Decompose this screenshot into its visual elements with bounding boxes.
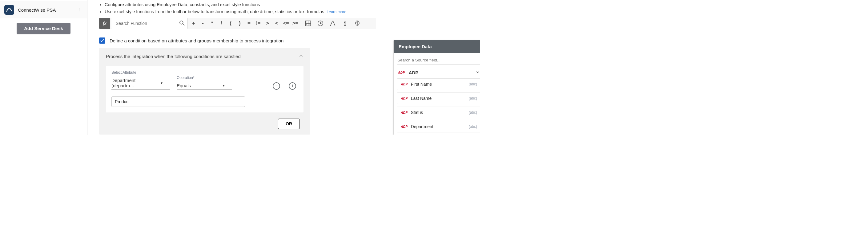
source-field-type: (abc)	[469, 82, 477, 86]
op-minus[interactable]: -	[198, 18, 208, 29]
source-field-name: Status	[411, 110, 423, 115]
attribute-field: Select Attribute Department (departm… ▼	[112, 70, 170, 90]
source-field-type: (abc)	[469, 125, 477, 129]
svg-point-1	[79, 9, 80, 10]
instruction-item: Use excel-style functions from the toolb…	[105, 8, 473, 15]
op-lte[interactable]: <=	[281, 18, 290, 29]
source-field-name: First Name	[411, 82, 432, 86]
adp-logo-icon: ADP	[401, 83, 408, 86]
chevron-down-icon	[475, 70, 480, 75]
learn-more-link[interactable]: Learn more	[327, 10, 346, 14]
operation-select-value: Equals	[177, 83, 191, 88]
provider-row[interactable]: ADP ADP	[394, 67, 480, 78]
source-field-item[interactable]: ADP Last Name (abc)	[397, 93, 480, 104]
app-logo	[4, 5, 14, 15]
operation-field-label: Operation*	[177, 76, 232, 80]
svg-text:−: −	[309, 21, 310, 23]
svg-text:=: =	[309, 24, 310, 26]
svg-rect-16	[345, 23, 345, 26]
condition-card: Process the integration when the followi…	[99, 48, 310, 135]
employee-data-title: Employee Data	[394, 40, 480, 53]
caret-down-icon: ▼	[222, 84, 225, 87]
adp-logo-icon: ADP	[401, 125, 408, 129]
clock-icon[interactable]	[317, 20, 324, 27]
op-neq[interactable]: !=	[254, 18, 263, 29]
op-gte[interactable]: >=	[290, 18, 300, 29]
source-field-item[interactable]: ADP Department (abc)	[397, 121, 480, 132]
operator-group: + - * / ( ) = != > < <= >=	[189, 18, 300, 29]
instructions-list: Configure attributes using Employee Data…	[99, 1, 473, 15]
condition-value-input[interactable]	[112, 97, 245, 107]
adp-logo-icon: ADP	[398, 71, 405, 74]
condition-label: Define a condition based on attributes a…	[110, 38, 283, 43]
text-icon[interactable]	[329, 20, 336, 27]
sidebar-app-row[interactable]: ConnectWise PSA	[0, 1, 87, 19]
adp-logo-icon: ADP	[401, 111, 408, 114]
source-field-type: (abc)	[469, 96, 477, 101]
formula-toolbar: fx + - * / ( ) = != > < <= >=	[99, 18, 376, 29]
svg-point-21	[358, 23, 358, 24]
or-button[interactable]: OR	[278, 118, 300, 129]
info-icon[interactable]	[342, 20, 348, 27]
check-icon	[100, 38, 104, 43]
op-plus[interactable]: +	[189, 18, 198, 29]
condition-card-header[interactable]: Process the integration when the followi…	[106, 54, 304, 59]
svg-text:+: +	[306, 21, 308, 23]
source-field-search-input[interactable]	[397, 56, 480, 64]
attribute-select-value: Department (departm…	[112, 78, 157, 88]
operation-field: Operation* Equals ▼	[177, 76, 232, 90]
adp-logo-icon: ADP	[401, 97, 408, 100]
remove-condition-button[interactable]: −	[273, 82, 280, 90]
op-paren-close[interactable]: )	[235, 18, 244, 29]
op-lt[interactable]: <	[272, 18, 281, 29]
svg-point-2	[79, 11, 80, 11]
more-icon[interactable]	[75, 6, 83, 13]
condition-body: Select Attribute Department (departm… ▼ …	[106, 66, 304, 112]
provider-name: ADP	[409, 70, 418, 75]
sidebar-app-name: ConnectWise PSA	[18, 7, 72, 12]
source-field-name: Last Name	[411, 96, 432, 101]
svg-line-4	[183, 24, 184, 25]
chevron-up-icon	[299, 54, 304, 59]
connectwise-icon	[6, 6, 12, 13]
instruction-item: Configure attributes using Employee Data…	[105, 1, 473, 8]
function-category-icons: +−×=	[300, 18, 366, 29]
sidebar: ConnectWise PSA Add Service Desk	[0, 0, 87, 135]
add-service-desk-button[interactable]: Add Service Desk	[17, 23, 70, 34]
operation-select[interactable]: Equals ▼	[177, 82, 232, 90]
fx-cell[interactable]: fx	[99, 18, 110, 29]
employee-data-panel: Employee Data ADP ADP ADP First Name (ab…	[393, 40, 480, 135]
op-divide[interactable]: /	[217, 18, 226, 29]
source-field-type: (abc)	[469, 110, 477, 115]
main-content: Configure attributes using Employee Data…	[87, 0, 480, 135]
source-field-item[interactable]: ADP First Name (abc)	[397, 78, 480, 90]
attribute-field-label: Select Attribute	[112, 70, 170, 75]
svg-point-15	[345, 21, 346, 22]
op-eq[interactable]: =	[244, 18, 254, 29]
source-field-search-wrap	[397, 56, 480, 65]
attribute-select[interactable]: Department (departm… ▼	[112, 76, 170, 90]
search-icon[interactable]	[179, 20, 185, 27]
function-search-wrap	[112, 18, 188, 29]
ai-brain-icon[interactable]	[354, 20, 361, 27]
math-icon[interactable]: +−×=	[305, 20, 311, 27]
function-search-input[interactable]	[115, 21, 179, 26]
op-multiply[interactable]: *	[208, 18, 217, 29]
svg-point-20	[356, 23, 357, 23]
source-field-name: Department	[411, 124, 433, 129]
condition-checkbox[interactable]	[99, 37, 105, 44]
caret-down-icon: ▼	[160, 81, 163, 85]
op-paren-open[interactable]: (	[226, 18, 235, 29]
add-condition-button[interactable]: +	[289, 82, 296, 90]
op-gt[interactable]: >	[263, 18, 272, 29]
svg-point-0	[79, 9, 80, 9]
svg-line-14	[320, 23, 322, 24]
svg-text:×: ×	[306, 24, 308, 26]
source-field-item[interactable]: ADP Status (abc)	[397, 107, 480, 118]
condition-card-title: Process the integration when the followi…	[106, 54, 241, 59]
source-field-list: ADP First Name (abc) ADP Last Name (abc)…	[394, 78, 480, 132]
